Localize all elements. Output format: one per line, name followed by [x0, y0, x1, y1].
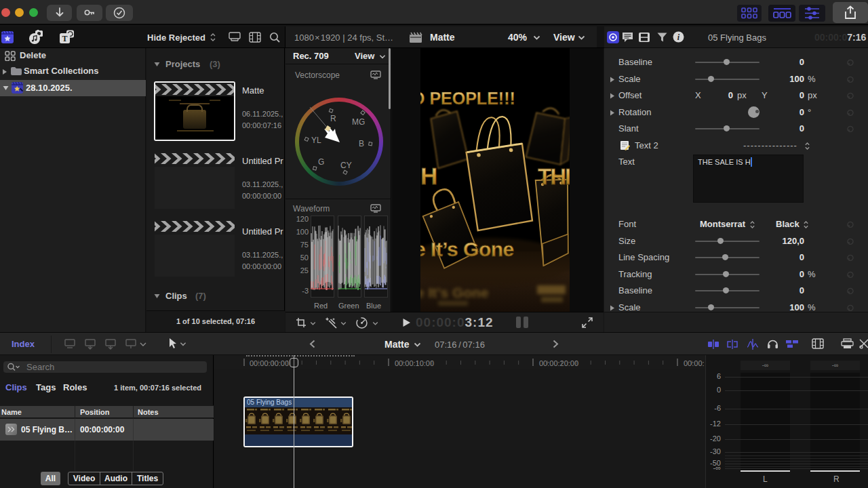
svg-text:YL: YL: [311, 136, 321, 145]
svg-text:R: R: [330, 114, 336, 123]
svg-text:B: B: [359, 139, 364, 148]
svg-text:MG: MG: [352, 117, 365, 127]
svg-text:H: H: [420, 163, 437, 189]
svg-text:O PEOPLE!!!: O PEOPLE!!!: [420, 89, 515, 108]
svg-text:CY: CY: [340, 161, 352, 170]
svg-text:e It’s Gone: e It’s Gone: [420, 285, 489, 300]
svg-text:e It’s Gone: e It’s Gone: [420, 238, 514, 260]
svg-text:THI: THI: [538, 164, 570, 189]
svg-text:G: G: [318, 157, 324, 167]
svg-text:T: T: [62, 34, 67, 43]
